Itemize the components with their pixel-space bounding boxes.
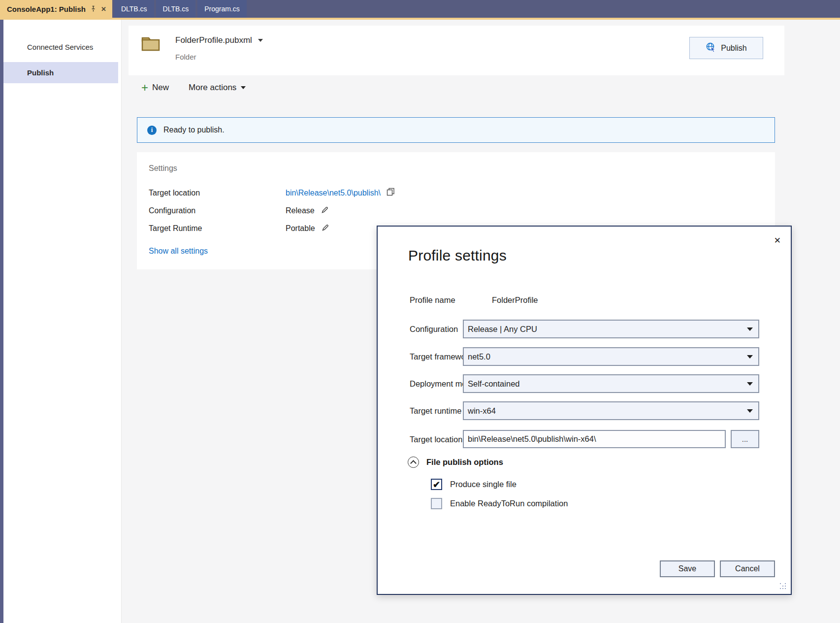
target-location-link[interactable]: bin\Release\net5.0\publish\ <box>286 189 381 197</box>
tab-consoleapp1-publish[interactable]: ConsoleApp1: Publish ✕ <box>0 0 112 18</box>
more-actions-button[interactable]: More actions <box>189 83 246 93</box>
setting-label: Target Runtime <box>149 224 286 233</box>
edit-pencil-icon[interactable] <box>321 223 330 234</box>
target-framework-dropdown[interactable]: net5.0 <box>463 347 759 366</box>
sidebar-item-label: Publish <box>27 68 54 77</box>
active-tab-accent-line <box>0 18 840 20</box>
window-edge-strip <box>0 20 3 623</box>
settings-row-configuration: Configuration Release <box>149 205 329 216</box>
checkbox-label: Produce single file <box>450 480 517 489</box>
show-all-settings-link[interactable]: Show all settings <box>149 247 208 256</box>
checkbox-label: Enable ReadyToRun compilation <box>450 499 568 508</box>
dropdown-caret-icon <box>747 328 753 331</box>
tab-active-label: ConsoleApp1: Publish <box>7 5 86 13</box>
web-publish-icon <box>706 42 716 55</box>
publish-sidebar: Connected Services Publish <box>0 20 122 623</box>
configuration-dropdown[interactable]: Release | Any CPU <box>463 320 759 338</box>
dialog-resize-grip[interactable] <box>780 583 787 590</box>
dropdown-caret-icon <box>747 355 753 359</box>
new-profile-button[interactable]: + New <box>141 83 169 93</box>
settings-row-target-runtime: Target Runtime Portable <box>149 223 330 234</box>
document-tab-bar: ConsoleApp1: Publish ✕ DLTB.cs DLTB.cs P… <box>0 0 840 18</box>
profile-settings-dialog: ✕ Profile settings Profile name FolderPr… <box>377 226 792 595</box>
deployment-mode-dropdown[interactable]: Self-contained <box>463 374 759 393</box>
publish-button[interactable]: Publish <box>689 37 763 59</box>
dropdown-value: win-x64 <box>468 406 496 416</box>
profile-dropdown-caret-icon[interactable] <box>258 39 263 42</box>
visual-studio-publish-window: ConsoleApp1: Publish ✕ DLTB.cs DLTB.cs P… <box>0 0 840 623</box>
profile-header-card: FolderProfile.pubxml Folder Publish <box>129 26 784 75</box>
setting-label: Configuration <box>149 206 286 215</box>
tab-label: DLTB.cs <box>163 5 189 13</box>
tab-label: DLTB.cs <box>121 5 147 13</box>
profile-title: FolderProfile.pubxml <box>175 35 252 45</box>
chevron-down-icon <box>241 86 246 89</box>
target-location-value: bin\Release\net5.0\publish\win-x64\ <box>468 434 596 444</box>
dialog-target-location-label: Target location <box>410 435 462 444</box>
target-runtime-label: Target runtime <box>410 406 461 416</box>
profile-name-value: FolderProfile <box>492 295 538 305</box>
sidebar-item-connected-services[interactable]: Connected Services <box>3 39 118 54</box>
tab-program-cs[interactable]: Program.cs <box>197 0 247 18</box>
file-publish-options-title: File publish options <box>426 458 503 467</box>
target-runtime-dropdown[interactable]: win-x64 <box>463 401 759 420</box>
file-publish-options-toggle[interactable]: File publish options <box>408 457 503 468</box>
settings-row-target-location: Target location bin\Release\net5.0\publi… <box>149 188 395 198</box>
copy-icon[interactable] <box>387 188 395 198</box>
configuration-label: Configuration <box>410 325 458 334</box>
profile-toolbar: + New More actions <box>141 83 246 93</box>
enable-readytorun-checkbox[interactable] <box>431 498 442 509</box>
info-icon: i <box>147 126 157 135</box>
publish-button-label: Publish <box>721 44 746 53</box>
target-location-input[interactable]: bin\Release\net5.0\publish\win-x64\ <box>463 430 726 448</box>
save-button[interactable]: Save <box>660 560 715 577</box>
cancel-button[interactable]: Cancel <box>720 560 775 577</box>
dropdown-value: net5.0 <box>468 352 490 361</box>
tab-label: Program.cs <box>204 5 240 13</box>
setting-value: Release <box>286 206 315 215</box>
collapse-chevron-circle-icon <box>408 457 419 468</box>
dialog-title: Profile settings <box>408 247 507 264</box>
plus-icon: + <box>141 83 148 93</box>
infobar-message: Ready to publish. <box>163 126 225 134</box>
tab-dltb-cs-1[interactable]: DLTB.cs <box>114 0 154 18</box>
more-actions-label: More actions <box>189 83 236 93</box>
produce-single-file-checkbox[interactable] <box>431 479 442 490</box>
setting-label: Target location <box>149 189 286 197</box>
setting-value: Portable <box>286 224 315 233</box>
folder-icon <box>140 34 161 55</box>
enable-readytorun-row: Enable ReadyToRun compilation <box>431 498 568 509</box>
tab-close-icon[interactable]: ✕ <box>101 5 106 13</box>
ready-to-publish-infobar: i Ready to publish. <box>137 117 775 143</box>
profile-name-label: Profile name <box>410 295 455 305</box>
produce-single-file-row: Produce single file <box>431 479 517 490</box>
tab-dltb-cs-2[interactable]: DLTB.cs <box>156 0 196 18</box>
sidebar-item-publish[interactable]: Publish <box>3 62 118 83</box>
edit-pencil-icon[interactable] <box>321 205 329 216</box>
sidebar-item-label: Connected Services <box>27 43 93 51</box>
dropdown-value: Release | Any CPU <box>468 325 537 334</box>
dialog-close-icon[interactable]: ✕ <box>772 233 783 248</box>
pin-icon[interactable] <box>90 5 97 12</box>
dropdown-caret-icon <box>747 382 753 386</box>
dropdown-caret-icon <box>747 409 753 413</box>
new-button-label: New <box>152 83 169 93</box>
browse-button[interactable]: ... <box>731 430 759 448</box>
dropdown-value: Self-contained <box>468 379 520 389</box>
settings-heading: Settings <box>149 164 177 173</box>
profile-subtitle: Folder <box>175 53 196 61</box>
